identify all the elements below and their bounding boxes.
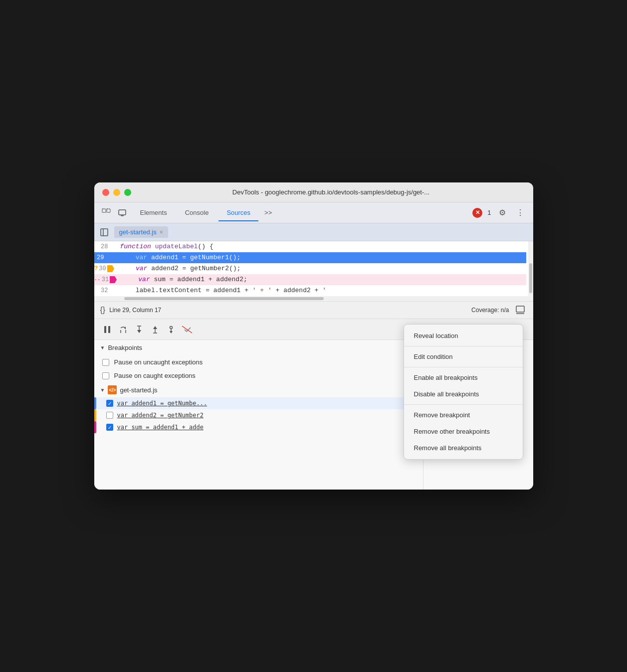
pause-caught-label: Pause on caught exceptions	[114, 372, 196, 379]
svg-marker-24	[170, 331, 173, 334]
breakpoints-section-header[interactable]: ▼ Breakpoints	[94, 340, 423, 355]
bp-list-item-3[interactable]: ✓ var sum = addend1 + adde	[94, 421, 423, 433]
svg-rect-12	[108, 326, 110, 333]
tab-more[interactable]: >>	[260, 207, 276, 218]
pause-caught-item[interactable]: Pause on caught exceptions	[94, 369, 423, 382]
tab-console[interactable]: Console	[177, 205, 217, 221]
bp-item-wrapper-3: ✓ var sum = addend1 + adde	[94, 421, 423, 433]
svg-rect-0	[102, 209, 106, 212]
svg-rect-11	[104, 326, 106, 333]
traffic-lights	[102, 189, 131, 196]
svg-rect-4	[101, 229, 108, 236]
sidebar-toggle-icon[interactable]	[98, 226, 110, 238]
bp-list-item-2[interactable]: var addend2 = getNumber2	[94, 409, 423, 421]
ctx-reveal-location[interactable]: Reveal location	[404, 328, 523, 344]
file-type-icon: </>	[108, 385, 117, 394]
device-icon[interactable]	[116, 207, 128, 219]
line-content-32[interactable]: label.textContent = addend1 + ' + ' + ad…	[116, 285, 526, 296]
bp-checkbox-2[interactable]	[106, 412, 113, 419]
step-out-button[interactable]	[148, 323, 162, 336]
tab-elements[interactable]: Elements	[132, 205, 175, 221]
deactivate-breakpoints-button[interactable]	[180, 323, 194, 336]
breakpoint-file-name: get-started.js	[120, 386, 157, 394]
file-tab[interactable]: get-started.js ×	[114, 226, 168, 238]
coverage-icon[interactable]	[513, 303, 527, 317]
status-right: Coverage: n/a	[471, 303, 527, 317]
svg-rect-9	[516, 306, 524, 312]
pause-caught-checkbox[interactable]	[102, 372, 109, 379]
line-marker-29: 29	[94, 252, 116, 263]
ctx-divider-3	[404, 404, 523, 405]
line-marker-32: 32	[94, 285, 116, 296]
step-into-button[interactable]	[132, 323, 146, 336]
error-icon: ✕	[472, 208, 482, 218]
coverage-status: Coverage: n/a	[471, 307, 509, 314]
bp-checkbox-3[interactable]: ✓	[106, 424, 113, 431]
title-bar: DevTools - googlechrome.github.io/devtoo…	[94, 182, 533, 202]
main-tab-bar: Elements Console Sources >> ✕ 1 ⚙ ⋮	[94, 202, 533, 223]
maximize-button[interactable]	[124, 189, 131, 196]
svg-marker-8	[110, 276, 117, 283]
step-button[interactable]	[164, 323, 178, 336]
triangle-icon: ▼	[100, 345, 105, 350]
line-marker-30: ? 30	[94, 263, 116, 274]
svg-line-25	[182, 326, 192, 333]
svg-point-22	[170, 326, 172, 329]
file-tab-name: get-started.js	[119, 228, 157, 236]
line-content-29[interactable]: var addend1 = getNumber1();	[116, 252, 526, 263]
ctx-enable-all[interactable]: Enable all breakpoints	[404, 369, 523, 386]
bp-item-wrapper-1: ✓ var addend1 = getNumbe...	[94, 397, 423, 409]
line-column: Line 29, Column 17	[109, 307, 161, 314]
code-area: 28 function updateLabel() { 29 var adden…	[94, 241, 533, 296]
line-content-30[interactable]: var addend2 = getNumber2();	[116, 263, 526, 274]
svg-rect-1	[107, 209, 110, 212]
bp-text-1: var addend1 = getNumbe...	[117, 400, 208, 407]
status-bar: {} Line 29, Column 17 Coverage: n/a	[94, 301, 533, 319]
pause-button[interactable]	[100, 323, 114, 336]
code-line-28: 28 function updateLabel() {	[94, 241, 526, 252]
bp-item-wrapper-2: var addend2 = getNumber2	[94, 409, 423, 421]
bp-checkbox-1[interactable]: ✓	[106, 400, 113, 407]
status-left: {} Line 29, Column 17	[100, 306, 162, 315]
pause-uncaught-item[interactable]: Pause on uncaught exceptions	[94, 355, 423, 369]
code-line-29: 29 var addend1 = getNumber1();	[94, 252, 526, 263]
svg-marker-7	[107, 265, 114, 272]
more-options-icon[interactable]: ⋮	[513, 206, 527, 220]
question-mark-icon: ?	[94, 263, 98, 274]
pause-uncaught-checkbox[interactable]	[102, 359, 109, 366]
pause-uncaught-label: Pause on uncaught exceptions	[114, 358, 203, 366]
bp-text-3: var sum = addend1 + adde	[117, 424, 204, 431]
bp-list-item-1[interactable]: ✓ var addend1 = getNumbe...	[94, 397, 423, 409]
scrollbar-horizontal[interactable]	[94, 296, 533, 301]
line-num-32: 32	[94, 285, 114, 296]
line-marker-28: 28	[94, 241, 116, 252]
minimize-button[interactable]	[113, 189, 120, 196]
scrollbar-vertical[interactable]	[528, 241, 533, 296]
format-icon[interactable]: {}	[100, 306, 106, 315]
step-over-button[interactable]	[116, 323, 130, 336]
svg-marker-6	[107, 254, 114, 261]
svg-marker-20	[153, 326, 157, 329]
file-tab-bar: get-started.js ×	[94, 223, 533, 241]
scroll-thumb-v[interactable]	[529, 263, 532, 293]
ctx-remove-other[interactable]: Remove other breakpoints	[404, 423, 523, 440]
ctx-divider-2	[404, 367, 523, 367]
ctx-edit-condition[interactable]: Edit condition	[404, 348, 523, 365]
breakpoints-label: Breakpoints	[108, 344, 142, 351]
file-section[interactable]: ▼ </> get-started.js	[94, 382, 423, 397]
tab-bar-right: ✕ 1 ⚙ ⋮	[472, 206, 527, 220]
ctx-disable-all[interactable]: Disable all breakpoints	[404, 386, 523, 402]
scroll-thumb-h[interactable]	[124, 297, 324, 300]
line-content-28[interactable]: function updateLabel() {	[116, 241, 526, 252]
file-tab-close-icon[interactable]: ×	[160, 229, 163, 236]
tab-sources[interactable]: Sources	[218, 205, 258, 221]
line-num-28: 28	[94, 241, 114, 252]
line-content-31[interactable]: var sum = addend1 + addend2;	[119, 274, 526, 285]
close-button[interactable]	[102, 189, 109, 196]
svg-rect-2	[119, 210, 126, 215]
ctx-remove-all[interactable]: Remove all breakpoints	[404, 440, 523, 456]
settings-icon[interactable]: ⚙	[495, 206, 509, 220]
svg-marker-17	[137, 330, 141, 333]
ctx-remove-bp[interactable]: Remove breakpoint	[404, 407, 523, 423]
cursor-icon[interactable]	[100, 207, 112, 219]
